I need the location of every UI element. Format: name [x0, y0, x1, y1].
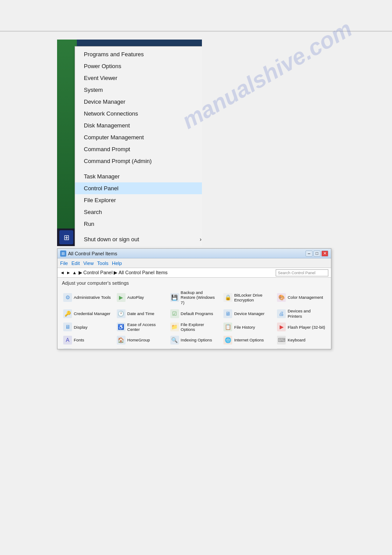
- cp-search-placeholder: Search Control Panel: [278, 271, 316, 275]
- cp-item-19[interactable]: ⌨ Keyboard: [276, 335, 327, 345]
- menu-item-network-connections[interactable]: Network Connections: [75, 108, 202, 120]
- menu-item-run[interactable]: Run: [75, 218, 202, 230]
- cp-item-label-0: Administrative Tools: [74, 295, 111, 300]
- cp-item-icon-5: 🔑: [63, 309, 72, 318]
- cp-item-6[interactable]: 🕐 Date and Time: [115, 308, 166, 319]
- cp-toolbar-help[interactable]: Help: [112, 261, 122, 266]
- menu-item-control-panel[interactable]: Control Panel: [75, 182, 202, 194]
- cp-titlebar: ⊞ All Control Panel Items – □ ✕: [58, 249, 331, 258]
- menu-item-device-manager[interactable]: Device Manager: [75, 96, 202, 108]
- cp-item-icon-1: ▶: [117, 293, 126, 302]
- menu-item-file-explorer[interactable]: File Explorer: [75, 194, 202, 206]
- cp-item-label-5: Credential Manager: [74, 311, 110, 316]
- menu-item-computer-management[interactable]: Computer Management: [75, 131, 202, 143]
- watermark: manualshive.com: [177, 15, 356, 134]
- cp-item-21[interactable]: 🖱 Mouse: [115, 347, 166, 349]
- cp-toolbar: File Edit View Tools Help: [58, 258, 331, 268]
- cp-item-label-18: Internet Options: [234, 337, 264, 342]
- cp-item-label-15: Fonts: [74, 337, 84, 342]
- cp-minimize-button[interactable]: –: [306, 250, 313, 257]
- cp-item-icon-13: 📋: [223, 323, 232, 331]
- cp-item-icon-19: ⌨: [277, 336, 286, 345]
- cp-item-17[interactable]: 🔍 Indexing Options: [169, 335, 220, 345]
- menu-item-shutdown[interactable]: Shut down or sign out ›: [75, 233, 202, 245]
- menu-item-desktop[interactable]: Desktop: [75, 245, 202, 246]
- cp-toolbar-edit[interactable]: Edit: [72, 261, 80, 266]
- cp-item-13[interactable]: 📋 File History: [222, 321, 273, 333]
- cp-item-1[interactable]: ▶ AutoPlay: [115, 289, 166, 306]
- cp-search-box[interactable]: Search Control Panel: [276, 269, 328, 276]
- cp-item-label-14: Flash Player (32-bit): [288, 325, 325, 330]
- cp-item-15[interactable]: A Fonts: [62, 335, 113, 345]
- cp-item-label-13: File History: [234, 325, 255, 330]
- cp-item-label-3: BitLocker Drive Encryption: [234, 293, 272, 303]
- menu-item-command-prompt[interactable]: Command Prompt: [75, 143, 202, 155]
- cp-item-2[interactable]: 💾 Backup and Restore (Windows 7): [169, 289, 220, 306]
- menu-item-command-prompt-admin[interactable]: Command Prompt (Admin): [75, 155, 202, 167]
- cp-item-icon-6: 🕐: [117, 309, 126, 318]
- cp-item-icon-10: 🖥: [63, 323, 72, 331]
- cp-item-icon-4: 🎨: [277, 293, 286, 302]
- cp-item-7[interactable]: ☑ Default Programs: [169, 308, 220, 319]
- cp-item-icon-24: 📞: [277, 348, 286, 349]
- cp-subtitle: Adjust your computer's settings: [62, 280, 327, 286]
- menu-separator-1: [75, 167, 202, 170]
- cp-close-button[interactable]: ✕: [321, 250, 328, 257]
- cp-item-icon-12: 📁: [170, 323, 179, 331]
- menu-item-event-viewer[interactable]: Event Viewer: [75, 72, 202, 84]
- cp-item-icon-21: 🖱: [117, 348, 126, 349]
- cp-item-label-1: AutoPlay: [127, 295, 144, 300]
- menu-item-power-options[interactable]: Power Options: [75, 60, 202, 72]
- menu-item-task-manager[interactable]: Task Manager: [75, 170, 202, 182]
- cp-item-icon-18: 🌐: [223, 336, 232, 345]
- cp-item-label-16: HomeGroup: [127, 337, 150, 342]
- cp-item-label-17: Indexing Options: [181, 337, 212, 342]
- cp-item-24[interactable]: 📞 Phone and Modem: [276, 347, 327, 349]
- cp-item-20[interactable]: 🌐 Language: [62, 347, 113, 349]
- cp-item-icon-7: ☑: [170, 309, 179, 318]
- cp-toolbar-tools[interactable]: Tools: [97, 261, 108, 266]
- cp-item-3[interactable]: 🔒 BitLocker Drive Encryption: [222, 289, 273, 306]
- menu-item-disk-management[interactable]: Disk Management: [75, 120, 202, 131]
- cp-maximize-button[interactable]: □: [313, 250, 320, 257]
- cp-item-14[interactable]: ▶ Flash Player (32-bit): [276, 321, 327, 333]
- cp-item-0[interactable]: ⚙ Administrative Tools: [62, 289, 113, 306]
- cp-item-label-4: Color Management: [288, 295, 323, 300]
- cp-item-icon-14: ▶: [277, 323, 286, 331]
- menu-item-search[interactable]: Search: [75, 206, 202, 218]
- cp-item-icon-16: 🏠: [117, 336, 126, 345]
- cp-address-bar: ◄ ► ▲ ▶ Control Panel ▶ All Control Pane…: [58, 268, 331, 278]
- cp-item-12[interactable]: 📁 File Explorer Options: [169, 321, 220, 333]
- cp-forward-button[interactable]: ►: [66, 270, 71, 275]
- cp-item-22[interactable]: 🌐 Network and Sharing Center: [169, 347, 220, 349]
- cp-toolbar-file[interactable]: File: [60, 261, 68, 266]
- cp-item-label-8: Device Manager: [234, 311, 264, 316]
- screenshot-container: G G C C 🖥 sol 完 Programs and Features Po…: [57, 40, 202, 246]
- cp-toolbar-view[interactable]: View: [83, 261, 94, 266]
- menu-item-system[interactable]: System: [75, 84, 202, 96]
- cp-window-icon: ⊞: [60, 250, 66, 257]
- cp-item-icon-3: 🔒: [223, 293, 232, 302]
- cp-titlebar-left: ⊞ All Control Panel Items: [60, 250, 117, 257]
- cp-up-button[interactable]: ▲: [72, 270, 77, 275]
- menu-item-programs-features[interactable]: Programs and Features: [75, 48, 202, 60]
- cp-item-icon-15: A: [63, 336, 72, 345]
- cp-item-5[interactable]: 🔑 Credential Manager: [62, 308, 113, 319]
- cp-back-button[interactable]: ◄: [60, 270, 65, 275]
- cp-item-16[interactable]: 🏠 HomeGroup: [115, 335, 166, 345]
- cp-item-8[interactable]: 🖥 Device Manager: [222, 308, 273, 319]
- top-separator: [0, 31, 392, 32]
- arrow-icon: ›: [200, 236, 201, 243]
- cp-item-23[interactable]: 🎨 Personalization: [222, 347, 273, 349]
- cp-item-9[interactable]: 🖨 Devices and Printers: [276, 308, 327, 319]
- cp-item-11[interactable]: ♿ Ease of Access Center: [115, 321, 166, 333]
- cp-item-label-2: Backup and Restore (Windows 7): [181, 290, 219, 305]
- cp-item-10[interactable]: 🖥 Display: [62, 321, 113, 333]
- cp-item-18[interactable]: 🌐 Internet Options: [222, 335, 273, 345]
- cp-item-label-12: File Explorer Options: [181, 322, 219, 332]
- cp-window-title: All Control Panel Items: [68, 251, 117, 256]
- cp-item-label-7: Default Programs: [181, 311, 213, 316]
- desktop-sidebar-strip: [57, 40, 77, 246]
- taskbar-start[interactable]: ⊞: [59, 230, 73, 244]
- cp-item-4[interactable]: 🎨 Color Management: [276, 289, 327, 306]
